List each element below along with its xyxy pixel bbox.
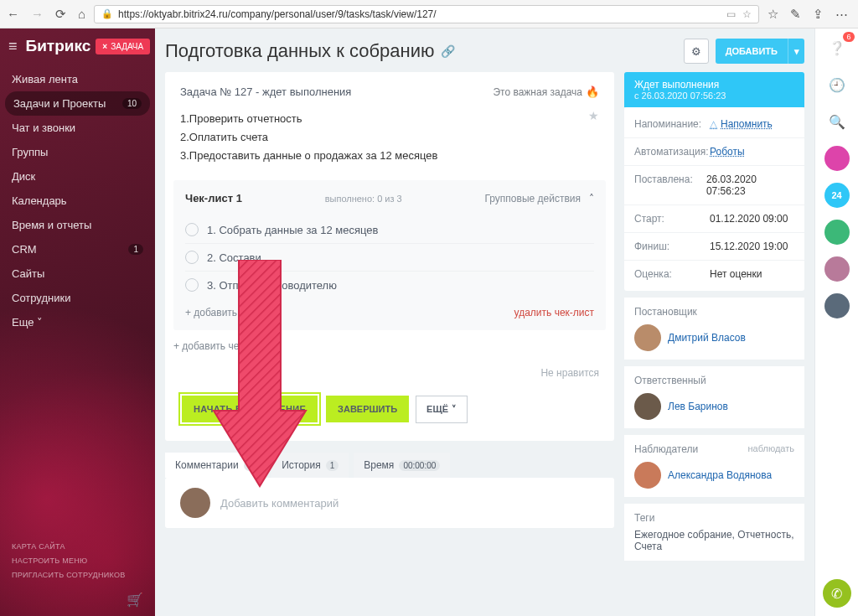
gear-icon: ⚙ <box>691 45 701 58</box>
tab-comments[interactable]: Комментарии0 <box>165 453 266 478</box>
checklist-title: Чек-лист 1 <box>185 192 242 204</box>
important-badge: Это важная задача 🔥 <box>493 85 599 98</box>
responsible-section: Ответственный Лев Баринов <box>624 366 804 428</box>
star-icon[interactable]: ★ <box>588 106 599 127</box>
creator-link[interactable]: Дмитрий Власов <box>668 332 746 344</box>
close-icon[interactable]: × <box>102 42 107 51</box>
chevron-down-icon: ˅ <box>452 404 457 415</box>
reminder-link[interactable]: △Напомнить <box>710 118 773 130</box>
sidebar-item-feed[interactable]: Живая лента <box>0 67 155 91</box>
notification-badge: 6 <box>843 32 854 42</box>
call-button[interactable]: ✆ <box>823 579 851 608</box>
bookmark-icon[interactable]: ☆ <box>742 8 752 20</box>
group-actions-link[interactable]: Групповые действия <box>485 193 581 204</box>
watcher-link[interactable]: Александра Водянова <box>668 469 772 481</box>
start-button[interactable]: НАЧАТЬ ВЫПОЛНЕНИЕ <box>180 394 319 424</box>
watchers-section: Наблюдателинаблюдать Александра Водянова <box>624 435 804 497</box>
tab-time[interactable]: Время00:00:00 <box>354 453 450 478</box>
invite-link[interactable]: ПРИГЛАСИТЬ СОТРУДНИКОВ <box>12 568 143 582</box>
url-text: https://oktyabr.bitrix24.ru/company/pers… <box>118 8 437 20</box>
comment-placeholder: Добавить комментарий <box>220 497 339 510</box>
fire-icon: 🔥 <box>586 85 599 98</box>
home-icon[interactable]: ⌂ <box>78 7 85 22</box>
chevron-up-icon[interactable]: ˄ <box>589 193 594 204</box>
b24-badge[interactable]: 24 <box>824 183 850 208</box>
task-status: Задача № 127 - ждет выполнения <box>180 85 351 98</box>
configure-menu-link[interactable]: НАСТРОИТЬ МЕНЮ <box>12 554 143 568</box>
sidebar-item-tasks[interactable]: Задачи и Проекты10 <box>5 91 150 116</box>
avatar <box>634 462 661 489</box>
back-icon[interactable]: ← <box>7 7 19 22</box>
checklist-item[interactable]: 1. Собрать данные за 12 месяцев <box>185 216 594 243</box>
right-rail: ❔ 6 🕘 🔍 24 ✆ <box>814 28 858 616</box>
sidebar-item-drive[interactable]: Диск <box>0 164 155 189</box>
search-icon[interactable]: 🔍 <box>824 109 850 134</box>
sidebar-item-employees[interactable]: Сотрудники <box>0 286 155 310</box>
status-header: Ждет выполнения с 26.03.2020 07:56:23 <box>624 72 804 107</box>
settings-button[interactable]: ⚙ <box>684 39 709 64</box>
tags-value: Ежегодное собрание, Отчетность, Счета <box>634 529 794 552</box>
sidebar-item-crm[interactable]: CRM1 <box>0 237 155 261</box>
creator-section: Постановщик Дмитрий Власов <box>624 298 804 360</box>
task-description: 1.Проверить отчетность 2.Оплатить счета … <box>165 106 614 180</box>
checklist-progress: выполнено: 0 из 3 <box>242 194 485 204</box>
sidebar-item-calendar[interactable]: Календарь <box>0 189 155 213</box>
chevron-down-icon[interactable]: ▾ <box>788 39 804 64</box>
cart-icon[interactable]: 🛒 <box>127 592 143 608</box>
add-new-checklist[interactable]: + добавить чек-л <box>173 340 606 352</box>
checklist: Чек-лист 1 выполнено: 0 из 3 Групповые д… <box>173 180 606 330</box>
finish-button[interactable]: ЗАВЕРШИТЬ <box>326 396 409 422</box>
lock-icon: 🔒 <box>101 8 113 19</box>
checkbox-icon[interactable] <box>185 223 199 236</box>
page-title: Подготовка данных к собранию 🔗 <box>165 40 455 62</box>
sidebar-item-sites[interactable]: Сайты <box>0 261 155 286</box>
checklist-item[interactable]: 2. Состави <box>185 243 594 271</box>
reader-icon[interactable]: ▭ <box>726 8 736 20</box>
hamburger-icon[interactable]: ≡ <box>8 38 18 55</box>
sidebar-item-groups[interactable]: Группы <box>0 140 155 164</box>
reload-icon[interactable]: ⟳ <box>55 7 66 22</box>
add-button[interactable]: ДОБАВИТЬ▾ <box>716 39 804 64</box>
clock-icon[interactable]: 🕘 <box>824 72 850 97</box>
link-icon[interactable]: 🔗 <box>441 44 455 58</box>
pen-icon[interactable]: ✎ <box>790 7 801 22</box>
more-icon[interactable]: ⋯ <box>835 7 848 22</box>
task-card: Задача № 127 - ждет выполнения Это важна… <box>165 72 614 441</box>
sidebar-item-chat[interactable]: Чат и звонки <box>0 116 155 140</box>
forward-icon[interactable]: → <box>31 7 44 22</box>
avatar <box>180 488 210 518</box>
watch-link[interactable]: наблюдать <box>748 443 795 455</box>
bell-icon: △ <box>710 118 717 130</box>
avatar[interactable] <box>824 220 850 245</box>
automation-link[interactable]: Роботы <box>710 146 745 158</box>
avatar[interactable] <box>824 256 850 282</box>
sidebar-item-more[interactable]: Еще ˅ <box>0 310 155 334</box>
comment-input-row[interactable]: Добавить комментарий <box>165 478 614 528</box>
more-button[interactable]: ЕЩЁ ˅ <box>416 396 468 423</box>
favorites-icon[interactable]: ☆ <box>768 7 778 22</box>
checkbox-icon[interactable] <box>185 278 199 292</box>
brand-logo: Битрикс <box>26 37 91 55</box>
task-chip[interactable]: ×ЗАДАЧА <box>96 39 150 54</box>
dislike-link[interactable]: Не нравится <box>165 352 614 379</box>
tags-section: Теги Ежегодное собрание, Отчетность, Сче… <box>624 504 804 561</box>
left-sidebar: ≡ Битрикс ×ЗАДАЧА Живая лента Задачи и П… <box>0 28 155 616</box>
browser-toolbar: ← → ⟳ ⌂ 🔒 https://oktyabr.bitrix24.ru/co… <box>0 0 858 28</box>
sidebar-item-time[interactable]: Время и отчеты <box>0 213 155 237</box>
responsible-link[interactable]: Лев Баринов <box>668 401 728 412</box>
checkbox-icon[interactable] <box>185 251 199 264</box>
sitemap-link[interactable]: КАРТА САЙТА <box>12 540 143 554</box>
tab-history[interactable]: История1 <box>271 453 349 478</box>
add-checklist-item[interactable]: + добавить пу <box>185 307 251 318</box>
avatar[interactable] <box>824 293 850 318</box>
delete-checklist[interactable]: удалить чек-лист <box>514 307 594 318</box>
share-icon[interactable]: ⇪ <box>813 7 824 22</box>
avatar <box>634 324 661 351</box>
avatar[interactable] <box>824 146 850 171</box>
url-bar[interactable]: 🔒 https://oktyabr.bitrix24.ru/company/pe… <box>94 5 759 23</box>
checklist-item[interactable]: 3. Отправи руководителю <box>185 271 594 298</box>
avatar <box>634 393 661 420</box>
